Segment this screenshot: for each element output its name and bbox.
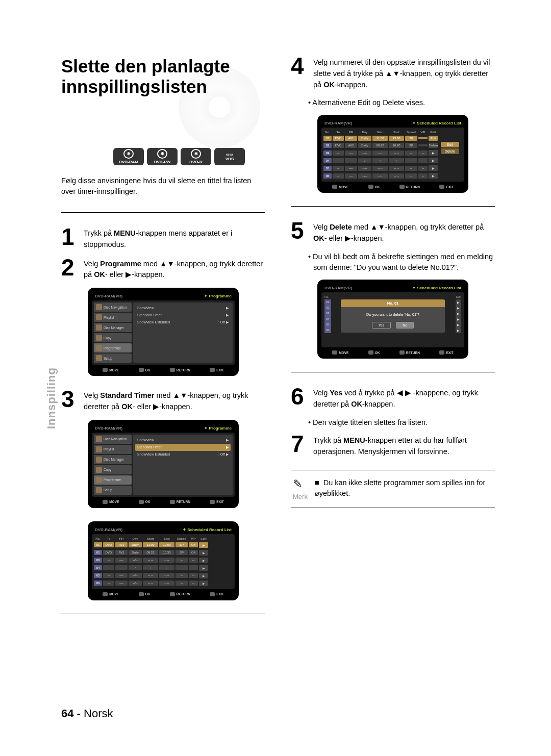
tv-footer-return: RETURN	[170, 368, 190, 372]
step-6: 6 Velg Yes ved å trykke på ◀ ▶ -knappene…	[291, 387, 495, 410]
schedule-row[interactable]: 05--------/----:----:------▶	[323, 164, 462, 172]
menu-side-item[interactable]: Playlist	[94, 445, 132, 454]
schedule-row[interactable]: 04--------/----:----:------▶	[323, 157, 462, 164]
divider	[61, 212, 265, 213]
menu-side-item[interactable]: Disc Navigation	[94, 303, 132, 312]
tv-footer-move: MOVE	[103, 500, 119, 504]
menu-row[interactable]: ShowView ▶	[135, 305, 231, 312]
step-number: 2	[61, 258, 78, 281]
note-icon: ✎	[293, 477, 308, 491]
menu-side-item[interactable]: Copy	[94, 465, 132, 474]
step-5-bullet: • Du vil bli bedt om å bekrefte sletting…	[313, 251, 495, 274]
schedule-row[interactable]: 06--------/----:----:------▶	[323, 172, 462, 180]
divider	[61, 614, 265, 614]
tv-screen-standard-timer: DVD-RAM(VR)✦ Programme Disc NavigationPl…	[88, 420, 239, 508]
menu-icon	[96, 345, 102, 351]
menu-row[interactable]: ShowView Extended: Off ▶	[135, 451, 231, 458]
tv-footer-ok: OK	[368, 350, 380, 355]
popup-edit[interactable]: Edit	[441, 142, 459, 147]
tv-screen-edit-popup: DVD-RAM(VR)✦ Scheduled Record List No.To…	[317, 115, 468, 193]
tv-footer-return: RETURN	[399, 350, 420, 355]
left-column: Slette den planlagte innspillingslisten …	[61, 56, 265, 628]
schedule-row[interactable]: 01DVDAV1Daily11:0013:00SPEdit	[323, 135, 462, 142]
menu-side-item[interactable]: Setup	[94, 354, 132, 363]
menu-icon	[96, 355, 102, 361]
step-number: 5	[291, 221, 307, 244]
step-7: 7 Trykk på MENU-knappen etter at du har …	[291, 434, 495, 458]
menu-icon	[96, 304, 102, 310]
menu-row[interactable]: ShowView Extended: Off ▶	[135, 319, 231, 326]
edit-delete-popup: Edit Delete	[441, 142, 459, 154]
menu-side-item[interactable]: Disc Manager	[94, 455, 132, 464]
tv-footer-move: MOVE	[103, 368, 119, 372]
tv-footer-exit: EXIT	[439, 350, 453, 355]
page-title: Slette den planlagte innspillingslisten	[61, 56, 265, 97]
tv-screen-programme: DVD-RAM(VR)✦ Programme Disc NavigationPl…	[88, 288, 239, 376]
tv-footer-ok: OK	[139, 592, 151, 596]
tv-footer-move: MOVE	[332, 185, 348, 189]
title-block: Slette den planlagte innspillingslisten	[61, 56, 265, 138]
tv-footer-move: MOVE	[103, 592, 119, 596]
menu-icon	[96, 457, 102, 463]
dialog-yes-button[interactable]: Yes	[372, 322, 391, 329]
right-column: 4 Velg nummeret til den oppsatte innspil…	[291, 56, 495, 628]
divider	[291, 206, 495, 207]
step-number: 6	[291, 387, 307, 410]
note-box: ✎ Merk ■ Du kan ikke slette programmer s…	[291, 470, 495, 508]
menu-row[interactable]: Standard Timer ▶	[135, 312, 231, 319]
menu-side-item[interactable]: Setup	[94, 486, 132, 495]
schedule-row[interactable]: 02DVDAV2Daily09:2210:30SPOff▶	[94, 549, 233, 557]
menu-row[interactable]: Standard Timer ▶	[135, 444, 231, 451]
dialog-title: No. 01	[341, 299, 445, 307]
tv-footer-exit: EXIT	[439, 185, 453, 189]
step-number: 1	[61, 227, 78, 250]
tv-footer-exit: EXIT	[210, 368, 223, 372]
note-text: ■ Du kan ikke slette programmer som spil…	[315, 477, 493, 500]
dialog-no-button[interactable]: No	[396, 322, 414, 329]
step-number: 7	[291, 434, 307, 458]
note-label: Merk	[293, 493, 308, 500]
menu-side-item[interactable]: Playlist	[94, 313, 132, 322]
step-text: Velg Delete med ▲▼-knappen, og trykk der…	[313, 221, 495, 244]
step-text: Velg nummeret til den oppsatte innspilli…	[313, 56, 495, 90]
tv-footer-ok: OK	[139, 500, 151, 504]
format-badges: ✱DVD-RAM ✱DVD-RW ✱DVD-R ▭▭VHS	[61, 148, 245, 165]
tv-footer-exit: EXIT	[210, 500, 223, 504]
menu-side-item[interactable]: Programme	[94, 343, 132, 352]
schedule-row[interactable]: 05--------/----:----:------▶	[94, 572, 233, 579]
step-1: 1 Trykk på MENU-knappen mens apparatet e…	[61, 227, 265, 250]
tv-screen-confirm-dialog: DVD-RAM(VR)✦ Scheduled Record List No.Ed…	[317, 280, 468, 359]
step-text: Trykk på MENU-knappen etter at du har fu…	[313, 434, 495, 458]
step-4-bullet: • Alternativene Edit og Delete vises.	[313, 97, 495, 109]
tv-footer-ok: OK	[368, 185, 380, 189]
menu-icon	[96, 335, 102, 341]
schedule-row[interactable]: 01DVDAV1Daily11:0013:00SPOff▶	[94, 541, 233, 549]
section-tab: Innspilling	[45, 367, 58, 429]
divider	[291, 372, 495, 372]
menu-icon	[96, 446, 102, 452]
step-text: Velg Standard Timer med ▲▼-knappen, og t…	[84, 389, 265, 413]
menu-side-item[interactable]: Disc Manager	[94, 323, 132, 332]
tv-footer-return: RETURN	[170, 592, 190, 596]
menu-icon	[96, 436, 102, 442]
tv-footer-ok: OK	[139, 368, 151, 372]
menu-side-item[interactable]: Copy	[94, 333, 132, 342]
step-3: 3 Velg Standard Timer med ▲▼-knappen, og…	[61, 389, 265, 413]
schedule-row[interactable]: 06--------/----:----:------▶	[94, 579, 233, 587]
step-text: Velg Yes ved å trykke på ◀ ▶ -knappene, …	[313, 387, 495, 410]
badge-dvd-r: ✱DVD-R	[181, 148, 211, 165]
schedule-row[interactable]: 04--------/----:----:------▶	[94, 564, 233, 572]
page-footer: 64 - Norsk	[61, 707, 113, 720]
menu-side-item[interactable]: Disc Navigation	[94, 435, 132, 444]
tv-footer-move: MOVE	[332, 350, 348, 355]
tv-footer-exit: EXIT	[210, 592, 223, 596]
schedule-row[interactable]: 03--------/----:----:------▶	[94, 557, 233, 564]
popup-delete[interactable]: Delete	[441, 148, 459, 154]
step-text: Velg Programme med ▲▼-knappen, og trykk …	[84, 258, 265, 281]
menu-side-item[interactable]: Programme	[94, 475, 132, 485]
badge-dvd-rw: ✱DVD-RW	[147, 148, 178, 165]
tv-footer-return: RETURN	[170, 500, 190, 504]
menu-row[interactable]: ShowView ▶	[135, 437, 231, 444]
step-text: Trykk på MENU-knappen mens apparatet er …	[84, 227, 265, 250]
menu-icon	[96, 324, 102, 331]
